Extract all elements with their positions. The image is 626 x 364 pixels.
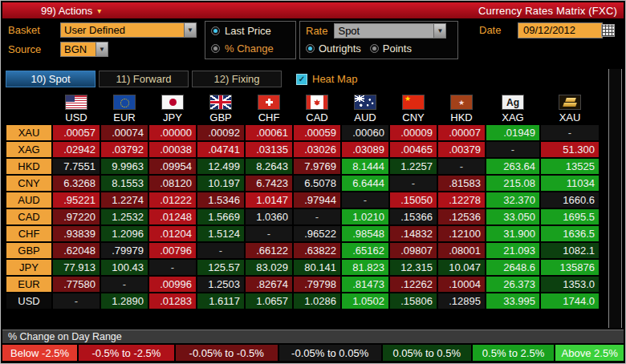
matrix-cell[interactable]: .81583 [438,176,485,191]
matrix-cell[interactable]: .65162 [342,243,388,258]
matrix-cell[interactable]: .15366 [390,209,437,224]
row-label-aud[interactable]: AUD [6,192,51,208]
matrix-cell[interactable]: 80.141 [294,260,340,275]
matrix-cell[interactable]: - [541,125,599,140]
matrix-cell[interactable]: 21.093 [486,243,539,258]
matrix-cell[interactable]: 8.1444 [342,159,388,174]
dropdown-arrow-icon[interactable]: ▼ [184,23,196,37]
column-header-cny[interactable]: ★CNY [390,91,437,123]
row-label-chf[interactable]: CHF [6,226,51,241]
matrix-cell[interactable]: .81473 [342,277,388,292]
row-label-hkd[interactable]: HKD [6,159,51,174]
matrix-cell[interactable]: 1.0210 [342,209,388,224]
matrix-cell[interactable]: 1.6117 [197,293,244,309]
matrix-cell[interactable]: .00465 [390,142,437,157]
matrix-cell[interactable]: 77.913 [53,260,100,275]
matrix-cell[interactable]: .82674 [246,277,292,292]
matrix-cell[interactable]: 1353.0 [541,277,599,292]
matrix-cell[interactable]: - [294,209,340,224]
matrix-cell[interactable]: 12.499 [197,159,244,174]
matrix-cell[interactable]: .79979 [101,243,148,258]
matrix-cell[interactable]: .01222 [149,192,196,208]
matrix-cell[interactable]: .03026 [294,142,340,157]
tab-spot[interactable]: 10) Spot [6,71,96,87]
row-label-eur[interactable]: EUR [6,277,51,292]
matrix-cell[interactable]: 2648.6 [486,260,539,275]
matrix-cell[interactable]: .12278 [438,192,485,208]
matrix-cell[interactable]: .12262 [390,277,437,292]
matrix-cell[interactable]: 9.9963 [101,159,148,174]
row-label-usd[interactable]: USD [6,293,51,309]
column-header-jpy[interactable]: JPY [149,91,196,123]
matrix-cell[interactable]: 1.0147 [246,192,292,208]
matrix-cell[interactable]: .09954 [149,159,196,174]
matrix-cell[interactable]: .93839 [53,226,100,241]
matrix-cell[interactable]: 8.2643 [246,159,292,174]
matrix-cell[interactable]: .00074 [101,125,148,140]
matrix-cell[interactable]: 1.2532 [101,209,148,224]
calendar-icon[interactable] [601,24,615,37]
column-header-xag[interactable]: AgXAG [486,91,539,123]
source-dropdown[interactable]: BGN ▼ [60,42,108,57]
matrix-cell[interactable]: 7.7551 [53,159,100,174]
matrix-cell[interactable]: .03135 [246,142,292,157]
matrix-cell[interactable]: .97220 [53,209,100,224]
matrix-cell[interactable]: 6.6444 [342,176,388,191]
matrix-cell[interactable]: 1695.5 [541,209,599,224]
matrix-cell[interactable]: 31.900 [486,226,539,241]
row-label-xau[interactable]: XAU [6,125,51,140]
matrix-cell[interactable]: .12895 [438,293,485,309]
pct-change-option[interactable]: % Change [205,39,295,57]
matrix-cell[interactable]: .00009 [390,125,437,140]
matrix-cell[interactable]: 100.43 [101,260,148,275]
row-label-xag[interactable]: XAG [6,142,51,157]
matrix-cell[interactable]: 1.0502 [342,293,388,309]
column-header-xau[interactable]: XAU [541,91,599,123]
matrix-cell[interactable]: 1082.1 [541,243,599,258]
column-header-usd[interactable]: USD [53,91,100,123]
matrix-cell[interactable]: 1636.5 [541,226,599,241]
matrix-cell[interactable]: - [342,192,388,208]
matrix-cell[interactable]: 1.5346 [197,192,244,208]
radio-selected-icon[interactable] [211,26,220,35]
matrix-cell[interactable]: .62048 [53,243,100,258]
matrix-cell[interactable]: 1.2096 [101,226,148,241]
matrix-cell[interactable]: .00796 [149,243,196,258]
matrix-cell[interactable]: .63822 [294,243,340,258]
matrix-cell[interactable]: - [101,277,148,292]
matrix-cell[interactable]: .01283 [149,293,196,309]
matrix-cell[interactable]: - [149,260,196,275]
matrix-cell[interactable]: 135876 [541,260,599,275]
matrix-cell[interactable]: 10.197 [197,176,244,191]
matrix-cell[interactable]: 32.370 [486,192,539,208]
last-price-option[interactable]: Last Price [205,22,295,39]
matrix-cell[interactable]: 12.315 [390,260,437,275]
matrix-cell[interactable]: .97944 [294,192,340,208]
matrix-cell[interactable]: .01204 [149,226,196,241]
matrix-cell[interactable]: .79798 [294,277,340,292]
matrix-cell[interactable]: .00059 [294,125,340,140]
matrix-cell[interactable]: .00996 [149,277,196,292]
matrix-cell[interactable]: 1660.6 [541,192,599,208]
matrix-cell[interactable]: .03792 [101,142,148,157]
matrix-cell[interactable]: .03089 [342,142,388,157]
matrix-cell[interactable]: .00007 [438,125,485,140]
row-label-cad[interactable]: CAD [6,209,51,224]
matrix-cell[interactable]: .15806 [390,293,437,309]
matrix-cell[interactable]: .12536 [438,209,485,224]
matrix-cell[interactable]: 83.029 [246,260,292,275]
matrix-cell[interactable]: .01949 [486,125,539,140]
matrix-cell[interactable]: 10.047 [438,260,485,275]
matrix-cell[interactable]: - [390,176,437,191]
matrix-cell[interactable]: .14832 [390,226,437,241]
dropdown-arrow-icon[interactable]: ▼ [433,24,445,38]
matrix-cell[interactable]: 13525 [541,159,599,174]
matrix-cell[interactable]: 51.300 [541,142,599,157]
matrix-cell[interactable]: 6.7423 [246,176,292,191]
matrix-cell[interactable]: .00038 [149,142,196,157]
matrix-cell[interactable]: .77580 [53,277,100,292]
matrix-cell[interactable]: 125.57 [197,260,244,275]
matrix-cell[interactable]: 33.050 [486,209,539,224]
matrix-cell[interactable]: .00092 [197,125,244,140]
matrix-cell[interactable]: 6.3268 [53,176,100,191]
